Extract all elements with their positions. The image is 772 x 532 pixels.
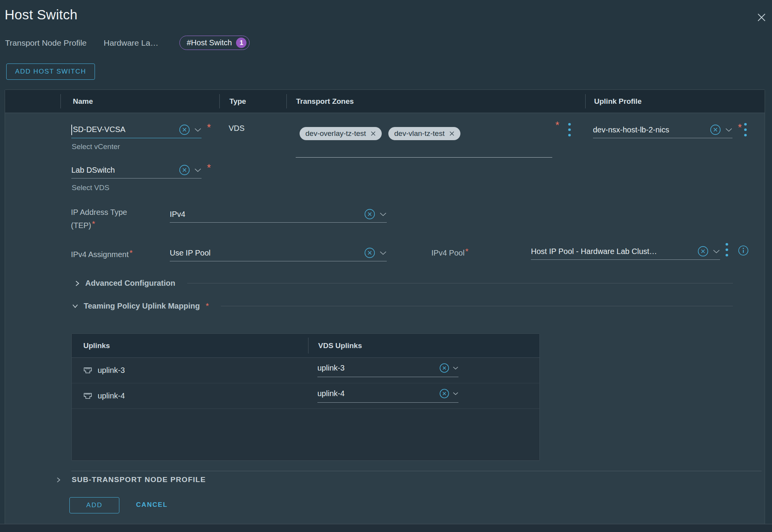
- clear-icon[interactable]: [179, 164, 190, 176]
- chevron-down-icon[interactable]: [725, 128, 732, 132]
- host-switch-filter-chip[interactable]: #Host Switch 1: [179, 36, 250, 50]
- transport-zones-menu-icon[interactable]: [568, 122, 571, 137]
- chip-label: dev-overlay-tz-test: [305, 129, 366, 138]
- info-icon[interactable]: [738, 245, 749, 256]
- grid-header: Name Type Transport Zones Uplink Profile: [5, 90, 765, 113]
- host-switch-edit-row: SD-DEV-VCSA * Select vCenter Lab DSwitch: [5, 113, 765, 524]
- section-rule: [187, 283, 733, 283]
- uplink-name: uplink-3: [98, 366, 125, 375]
- uplink-profile-value: dev-nsx-host-lb-2-nics: [593, 125, 706, 134]
- chevron-down-icon[interactable]: [379, 212, 387, 216]
- section-label: Advanced Configuration: [85, 279, 175, 288]
- required-marker: *: [207, 163, 211, 173]
- teaming-table-header: Uplinks VDS Uplinks: [72, 334, 539, 358]
- name-combobox[interactable]: SD-DEV-VCSA *: [71, 122, 202, 138]
- name-value: SD-DEV-VCSA: [73, 125, 126, 133]
- uplink-cell: uplink-4: [72, 391, 125, 401]
- vds-uplink-combobox[interactable]: uplink-3: [317, 359, 458, 377]
- uplink-cell: uplink-3: [72, 365, 125, 376]
- uplink-profile-combobox[interactable]: dev-nsx-host-lb-2-nics *: [593, 122, 732, 138]
- clear-icon[interactable]: [364, 208, 376, 220]
- filter-chip-label: #Host Switch: [187, 38, 232, 47]
- chevron-down-icon[interactable]: [194, 168, 202, 172]
- clear-icon[interactable]: [710, 124, 721, 136]
- required-marker: *: [129, 248, 133, 257]
- add-button[interactable]: ADD: [69, 497, 119, 513]
- section-divider: [71, 471, 762, 471]
- chevron-down-icon[interactable]: [194, 128, 202, 132]
- required-marker: *: [465, 247, 469, 256]
- section-label: Teaming Policy Uplink Mapping: [84, 302, 200, 311]
- sub-transport-node-profile-toggle[interactable]: SUB-TRANSPORT NODE PROFILE: [55, 475, 206, 484]
- column-header-uplinks: Uplinks: [72, 342, 308, 350]
- transport-zone-chip[interactable]: dev-overlay-tz-test: [300, 127, 382, 140]
- clear-icon[interactable]: [439, 363, 450, 373]
- ipv4-pool-combobox[interactable]: Host IP Pool - Hardware Lab Clust…: [531, 243, 720, 260]
- remove-icon[interactable]: [370, 131, 376, 136]
- ipv4-assignment-value: Use IP Pool: [170, 249, 360, 257]
- clear-icon[interactable]: [439, 388, 450, 399]
- vds-helper-text: Select VDS: [72, 184, 109, 192]
- required-marker: *: [738, 122, 742, 132]
- ipv4-pool-value: Host IP Pool - Hardware Lab Clust…: [531, 247, 693, 256]
- transport-zone-chip[interactable]: dev-vlan-tz-test: [388, 127, 460, 140]
- chevron-right-icon: [74, 280, 80, 287]
- host-switch-grid: Name Type Transport Zones Uplink Profile…: [5, 89, 765, 524]
- column-header-uplink-profile: Uplink Profile: [585, 90, 765, 113]
- add-host-switch-button[interactable]: ADD HOST SWITCH: [6, 63, 95, 80]
- required-marker: *: [207, 122, 211, 132]
- name-helper-text: Select vCenter: [72, 142, 120, 151]
- ip-address-type-combobox[interactable]: IPv4: [170, 206, 387, 223]
- close-icon[interactable]: [756, 12, 767, 23]
- ip-address-type-value: IPv4: [170, 210, 360, 219]
- chevron-down-icon[interactable]: [713, 249, 720, 254]
- column-header-vds-uplinks: VDS Uplinks: [308, 334, 539, 357]
- chevron-down-icon[interactable]: [453, 392, 458, 395]
- cancel-button[interactable]: CANCEL: [136, 501, 168, 509]
- filter-chip-count-badge: 1: [236, 38, 246, 48]
- column-header-transport-zones: Transport Zones: [286, 90, 585, 113]
- clear-icon[interactable]: [179, 124, 190, 136]
- chevron-down-icon: [72, 303, 79, 309]
- column-header-name: Name: [60, 90, 219, 113]
- uplink-profile-menu-icon[interactable]: [744, 122, 747, 137]
- transport-zones-field[interactable]: dev-overlay-tz-test dev-vlan-tz-test: [300, 127, 460, 140]
- text-caret: [71, 125, 72, 135]
- type-value: VDS: [229, 124, 245, 133]
- teaming-uplinks-table: Uplinks VDS Uplinks uplink-3 uplink-3: [71, 333, 540, 461]
- vds-combobox[interactable]: Lab DSwitch *: [71, 162, 202, 178]
- chevron-down-icon[interactable]: [379, 251, 387, 255]
- ipv4-pool-menu-icon[interactable]: [725, 242, 729, 257]
- ethernet-port-icon: [83, 391, 93, 401]
- expand-column-header: [5, 90, 60, 113]
- section-label: SUB-TRANSPORT NODE PROFILE: [72, 475, 206, 484]
- page-title: Host Switch: [5, 7, 78, 22]
- vds-uplink-value: uplink-3: [317, 364, 436, 372]
- chevron-down-icon[interactable]: [453, 366, 458, 370]
- tab-hardware-lab[interactable]: Hardware La…: [103, 38, 158, 48]
- tab-transport-node-profile[interactable]: Transport Node Profile: [5, 38, 86, 48]
- ipv4-assignment-combobox[interactable]: Use IP Pool: [170, 245, 387, 261]
- required-marker: *: [206, 301, 209, 311]
- ipv4-pool-label: IPv4 Pool*: [431, 245, 469, 259]
- required-marker: *: [555, 120, 559, 130]
- vds-uplink-value: uplink-4: [317, 389, 436, 398]
- table-row: uplink-3 uplink-3: [72, 358, 539, 383]
- table-row: uplink-4 uplink-4: [72, 383, 539, 409]
- clear-icon[interactable]: [364, 247, 376, 259]
- breadcrumb: Transport Node Profile Hardware La… #Hos…: [5, 36, 250, 50]
- ipv4-assignment-label: IPv4 Assignment*: [71, 247, 133, 260]
- host-switch-panel: Host Switch Transport Node Profile Hardw…: [0, 0, 772, 532]
- ethernet-port-icon: [83, 365, 93, 376]
- teaming-policy-uplink-mapping-toggle[interactable]: Teaming Policy Uplink Mapping *: [72, 301, 733, 311]
- chevron-right-icon: [55, 477, 61, 483]
- required-marker: *: [92, 219, 95, 228]
- vds-uplink-combobox[interactable]: uplink-4: [317, 385, 458, 403]
- uplink-name: uplink-4: [98, 391, 125, 400]
- advanced-configuration-toggle[interactable]: Advanced Configuration: [74, 279, 733, 288]
- chip-label: dev-vlan-tz-test: [394, 129, 445, 138]
- column-header-type: Type: [219, 90, 286, 113]
- clear-icon[interactable]: [697, 245, 709, 257]
- ip-address-type-label: IP Address Type (TEP)*: [71, 207, 160, 231]
- remove-icon[interactable]: [449, 131, 455, 136]
